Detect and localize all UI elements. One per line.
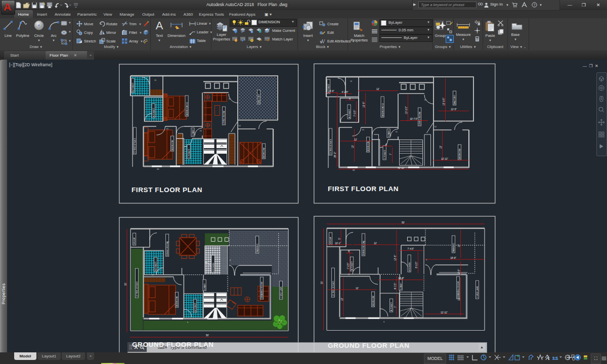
svg-text:7': 7' <box>389 153 392 155</box>
svg-text:?: ? <box>534 3 536 7</box>
svg-text:13'-8": 13'-8" <box>398 277 404 280</box>
svg-text:12'-5": 12'-5" <box>363 102 365 108</box>
svg-text:1:1: 1:1 <box>552 356 558 360</box>
svg-text:12'-5": 12'-5" <box>394 255 397 261</box>
svg-text:6': 6' <box>348 250 350 253</box>
svg-text:12'-11": 12'-11" <box>441 158 448 160</box>
svg-text:12': 12' <box>354 139 357 141</box>
svg-text:5': 5' <box>338 238 341 240</box>
svg-text:7'-4.5": 7'-4.5" <box>408 248 414 250</box>
svg-text:12': 12' <box>374 242 377 245</box>
svg-text:10'-7.5": 10'-7.5" <box>410 118 418 120</box>
svg-text:7': 7' <box>394 306 397 308</box>
svg-text:50': 50' <box>206 334 209 337</box>
svg-text:12': 12' <box>352 145 354 148</box>
svg-text:10': 10' <box>458 244 460 247</box>
svg-text:6': 6' <box>349 98 351 100</box>
svg-text:12': 12' <box>356 287 359 290</box>
svg-text:10'-1": 10'-1" <box>335 242 341 245</box>
svg-text:8'-0.5": 8'-0.5" <box>415 261 418 268</box>
svg-text:4'-2.5": 4'-2.5" <box>342 91 349 94</box>
svg-text:7'-0.5": 7'-0.5" <box>354 110 356 116</box>
svg-text:5'-6": 5'-6" <box>329 90 334 93</box>
svg-text:40'-11": 40'-11" <box>398 167 405 169</box>
svg-text:2'-5": 2'-5" <box>458 269 460 274</box>
svg-text:12': 12' <box>376 88 379 90</box>
svg-text:50': 50' <box>402 221 405 224</box>
svg-text:12': 12' <box>440 146 442 149</box>
svg-text:26'-2": 26'-2" <box>334 152 336 158</box>
svg-text:12'-11": 12'-11" <box>441 311 448 314</box>
svg-text:12': 12' <box>341 298 343 301</box>
svg-text:7'-0.5": 7'-0.5" <box>347 262 350 269</box>
svg-text:30': 30' <box>124 283 127 286</box>
svg-text:13'-0.5": 13'-0.5" <box>405 106 408 114</box>
svg-text:18'-8": 18'-8" <box>450 257 456 259</box>
svg-text:4'-7.5": 4'-7.5" <box>394 283 397 289</box>
svg-text:12': 12' <box>458 298 460 301</box>
svg-text:30': 30' <box>321 281 323 284</box>
svg-text:6': 6' <box>385 144 387 146</box>
svg-text:12'-9.5": 12'-9.5" <box>443 98 445 106</box>
svg-text:12'-5": 12'-5" <box>451 108 457 111</box>
